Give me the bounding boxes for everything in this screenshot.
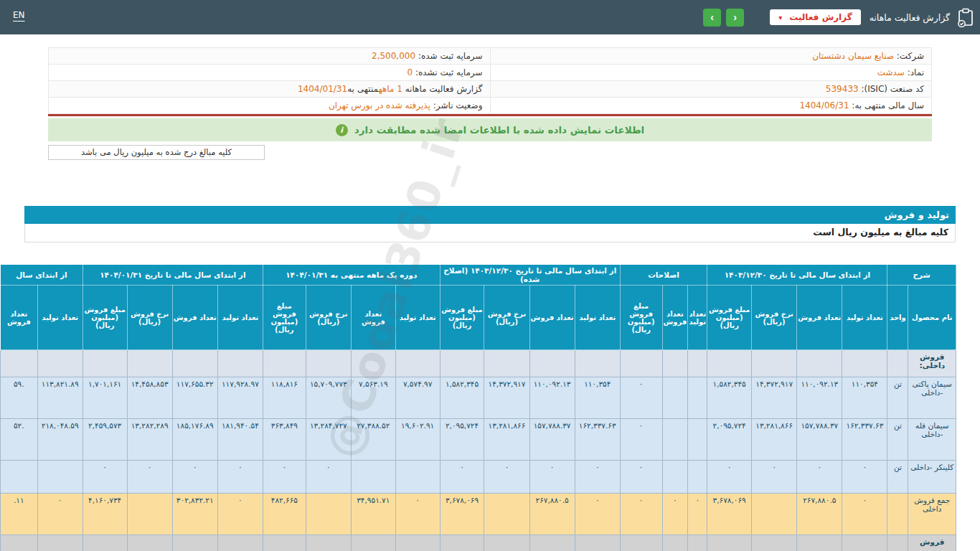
value-cell <box>529 535 575 551</box>
page-title: گزارش فعالیت ماهانه <box>870 12 950 23</box>
value-cell: ۱,۵۸۲,۳۴۵ <box>707 377 752 419</box>
signed-data-banner: اطلاعات نمایش داده شده با اطلاعات امضا ش… <box>48 118 932 141</box>
column-header: مبلغ فروش (میلیون ریال) <box>83 286 127 350</box>
info-cell-left: سرمایه ثبت شده: 2,500,000 <box>49 48 491 65</box>
column-header: نرخ فروش (ریال) <box>306 286 351 350</box>
value-cell: ۱۱۰,۳۵۴ <box>842 377 887 419</box>
value-cell <box>575 535 620 551</box>
value-cell <box>688 419 707 461</box>
value-cell <box>662 419 688 461</box>
value-cell <box>306 494 351 535</box>
value-cell: ۰ <box>620 494 662 535</box>
report-type-dropdown[interactable]: گزارش فعالیت ▾ <box>770 9 860 25</box>
column-header: تعداد فروش <box>662 286 688 350</box>
value-cell: ۰ <box>620 419 662 461</box>
value-cell: ۱۸۱,۹۴۰.۵۴ <box>217 419 263 461</box>
column-header: تعداد فروش <box>351 286 395 350</box>
value-cell <box>842 535 887 551</box>
column-header: تعداد تولید <box>37 286 83 350</box>
value-cell: ۰ <box>797 461 842 494</box>
value-cell <box>752 350 797 377</box>
column-header: واحد <box>887 286 908 350</box>
value-cell <box>351 461 395 494</box>
value-cell <box>127 350 172 377</box>
table-row: کلینکر -داخلیتن۰۰۰۰۰۰۰۰۰۰۰۰۰۰۰ <box>1 461 956 494</box>
info-row: کد صنعت (ISIC): 539433گزارش فعالیت ماهان… <box>49 81 932 98</box>
value-cell <box>1 350 38 377</box>
value-cell: ۱۴,۳۷۲,۹۱۷ <box>752 377 797 419</box>
value-cell <box>351 535 395 551</box>
report-clipboard-icon[interactable] <box>957 8 974 27</box>
value-cell: ۲۶۷,۸۸۰.۵ <box>529 494 575 535</box>
value-cell <box>797 535 842 551</box>
column-header: مبلغ فروش (میلیون ریال) <box>440 286 484 350</box>
value-cell: ۰ <box>688 494 707 535</box>
value-cell: ۱۱۷,۹۲۸.۹۷ <box>217 377 263 419</box>
next-report-button[interactable]: › <box>726 9 744 27</box>
chevron-down-icon: ▾ <box>778 14 782 22</box>
info-row: نماد: سدشتسرمایه ثبت نشده: 0 <box>49 65 932 81</box>
value-cell <box>217 350 263 377</box>
column-header: تعداد تولید <box>842 286 887 350</box>
info-cell-left: وضعیت ناشر: پذیرفته شده در بورس تهران <box>49 98 491 114</box>
amounts-note-box: کلیه مبالغ درج شده به میلیون ریال می باش… <box>48 145 265 160</box>
value-cell: ۴,۱۶۰,۷۳۴ <box>83 494 127 535</box>
value-cell: ۳,۶۷۸,۰۶۹ <box>707 494 752 535</box>
column-header: تعداد تولید <box>395 286 440 350</box>
column-group-header: از ابتدای سال مالی تا تاریخ ۱۴۰۳/۱۲/۳۰ (… <box>440 265 620 286</box>
table-row: فروش داخلی: <box>1 350 956 377</box>
report-type-dropdown-label: گزارش فعالیت <box>789 12 852 22</box>
prev-report-button[interactable]: ‹ <box>703 9 721 27</box>
value-cell <box>83 350 127 377</box>
column-header: تعداد تولید <box>688 286 707 350</box>
value-cell <box>752 494 797 535</box>
value-cell <box>842 350 887 377</box>
unit-cell <box>887 494 908 535</box>
value-cell: ۰ <box>217 494 263 535</box>
company-info-table: شرکت: صنایع سیمان دشتستانسرمایه ثبت شده:… <box>48 47 932 114</box>
value-cell <box>37 350 83 377</box>
value-cell: ۳,۶۷۸,۰۶۹ <box>440 494 484 535</box>
value-cell: ۲,۰۹۵,۷۲۴ <box>707 419 752 461</box>
column-header: تعداد تولید <box>217 286 263 350</box>
value-cell <box>1 535 38 551</box>
column-group-header: از ابتدای سال مالی تا تاریخ ۱۴۰۳/۱۲/۳۰ <box>707 265 887 286</box>
value-cell <box>1 461 38 494</box>
value-cell <box>797 350 842 377</box>
product-name-cell: سیمان پاکتی -داخلی <box>908 377 956 419</box>
column-header: تعداد فروش <box>172 286 217 350</box>
table-row: جمع فروش داخلی۰۲۶۷,۸۸۰.۵۳,۶۷۸,۰۶۹۰۰۰۰۲۶۷… <box>1 494 956 535</box>
value-cell: ۱۵,۷۰۹,۷۷۳ <box>306 377 351 419</box>
value-cell <box>575 350 620 377</box>
product-name-cell: جمع فروش داخلی <box>908 494 956 535</box>
value-cell: ۰ <box>752 461 797 494</box>
table-currency-note: کلیه مبالغ به میلیون ریال است <box>24 224 956 242</box>
value-cell <box>263 350 306 377</box>
value-cell <box>37 535 83 551</box>
value-cell: ۱۹,۶۰۲.۹۱ <box>395 419 440 461</box>
language-toggle-en[interactable]: EN <box>13 10 25 20</box>
column-header: نام محصول <box>908 286 956 350</box>
value-cell <box>529 350 575 377</box>
company-info-body: شرکت: صنایع سیمان دشتستانسرمایه ثبت شده:… <box>49 48 932 114</box>
value-cell: ۳۶۳,۸۴۹ <box>263 419 306 461</box>
chevron-left-icon: ‹ <box>710 11 714 23</box>
column-header: نرخ فروش (ریال) <box>127 286 172 350</box>
value-cell: ۰ <box>484 461 529 494</box>
column-group-header: اصلاحات <box>620 265 707 286</box>
value-cell: ۰ <box>529 461 575 494</box>
table-head: شرحاز ابتدای سال مالی تا تاریخ ۱۴۰۳/۱۲/۳… <box>1 265 956 350</box>
column-group-header: از ابتدای سال مالی تا تاریخ ۱۴۰۴/۰۱/۳۱ <box>83 265 263 286</box>
value-cell <box>662 535 688 551</box>
value-cell: ۲۱۸,۰۴۸.۵۹ <box>37 419 83 461</box>
column-header: نرخ فروش (ریال) <box>752 286 797 350</box>
value-cell <box>440 535 484 551</box>
info-row: سال مالی منتهی به: 1404/06/31وضعیت ناشر:… <box>49 98 932 114</box>
value-cell: ۱۱۳,۸۲۱.۸۹ <box>37 377 83 419</box>
table-row: سیمان فله -داخلیتن۱۶۲,۳۳۷.۶۳۱۵۷,۷۸۸.۳۷۱۳… <box>1 419 956 461</box>
banner-text: اطلاعات نمایش داده شده با اطلاعات امضا ش… <box>354 124 645 136</box>
value-cell: ۰ <box>217 461 263 494</box>
value-cell: ۰ <box>395 494 440 535</box>
info-cell-right: کد صنعت (ISIC): 539433 <box>490 81 932 98</box>
production-sales-section-header: تولید و فروش <box>24 206 956 224</box>
